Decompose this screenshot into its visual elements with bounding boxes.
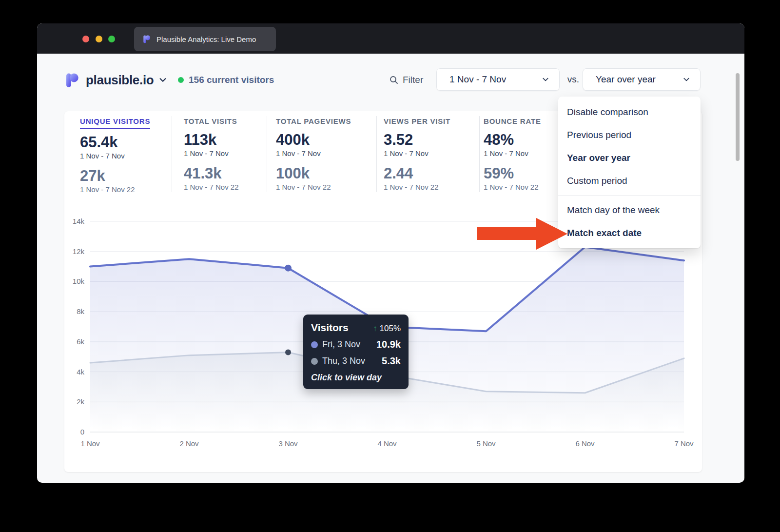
metric-compare-period: 1 Nov - 7 Nov 22: [384, 183, 450, 192]
browser-window: Plausible Analytics: Live Demo plausible…: [37, 23, 744, 483]
metric-period: 1 Nov - 7 Nov: [80, 152, 150, 160]
annotation-arrow: [477, 218, 567, 252]
menu-divider: [558, 195, 701, 196]
svg-text:2 Nov: 2 Nov: [179, 439, 199, 448]
chevron-down-icon: [682, 76, 690, 83]
plausible-logo: [63, 71, 81, 89]
site-name: plausible.io: [86, 73, 154, 88]
metric-label: BOUNCE RATE: [484, 117, 541, 126]
tooltip-row-value: 10.9k: [376, 339, 401, 350]
minimize-button[interactable]: [96, 36, 102, 42]
site-switcher[interactable]: plausible.io: [63, 68, 167, 92]
tooltip-row-label: Fri, 3 Nov: [322, 339, 360, 350]
live-indicator-dot: [178, 77, 184, 83]
metric-compare-period: 1 Nov - 7 Nov 22: [80, 185, 150, 194]
date-range-dropdown[interactable]: 1 Nov - 7 Nov: [436, 68, 560, 91]
metric-compare-value: 41.3k: [184, 166, 239, 181]
stat-divider: [267, 116, 267, 192]
menu-item-custom-period[interactable]: Custom period: [558, 169, 701, 192]
tooltip-change: ↑ 105%: [373, 324, 401, 334]
series-dot-current: [311, 341, 318, 348]
menu-item-match-exact-date[interactable]: Match exact date: [558, 221, 701, 244]
comparison-dropdown[interactable]: Year over year: [583, 68, 701, 91]
filter-button[interactable]: Filter: [389, 68, 423, 92]
close-button[interactable]: [82, 36, 89, 42]
svg-text:2k: 2k: [77, 397, 84, 406]
comparison-menu: Disable comparison Previous period Year …: [558, 97, 701, 248]
series-dot-compare: [311, 358, 318, 365]
menu-item-match-day-of-week[interactable]: Match day of the week: [558, 198, 701, 221]
metric-compare-value: 59%: [484, 166, 541, 181]
metric-compare-value: 27k: [80, 168, 150, 184]
svg-text:3 Nov: 3 Nov: [278, 439, 298, 448]
tooltip-row-value: 5.3k: [382, 355, 401, 367]
metric-compare-period: 1 Nov - 7 Nov 22: [276, 183, 351, 192]
tooltip-change-value: 105%: [380, 324, 401, 333]
metric-value: 113k: [184, 132, 239, 148]
search-icon: [389, 75, 399, 85]
metric-bounce-rate[interactable]: BOUNCE RATE 48% 1 Nov - 7 Nov 59% 1 Nov …: [484, 117, 541, 192]
svg-text:6 Nov: 6 Nov: [575, 439, 595, 448]
metric-period: 1 Nov - 7 Nov: [276, 149, 351, 158]
tooltip-title: Visitors: [311, 322, 349, 334]
metric-period: 1 Nov - 7 Nov: [184, 149, 239, 158]
metric-total-visits[interactable]: TOTAL VISITS 113k 1 Nov - 7 Nov 41.3k 1 …: [184, 117, 239, 192]
menu-item-previous-period[interactable]: Previous period: [558, 123, 701, 146]
svg-text:1 Nov: 1 Nov: [80, 439, 100, 448]
metric-label: TOTAL VISITS: [184, 117, 239, 126]
svg-text:5 Nov: 5 Nov: [476, 439, 496, 448]
browser-tab[interactable]: Plausible Analytics: Live Demo: [134, 27, 276, 51]
plausible-favicon: [142, 34, 152, 44]
metric-value: 65.4k: [80, 135, 150, 150]
filter-label: Filter: [403, 75, 423, 85]
metric-label: VIEWS PER VISIT: [384, 117, 450, 126]
svg-text:12k: 12k: [73, 247, 85, 256]
svg-text:10k: 10k: [73, 277, 85, 285]
svg-text:6k: 6k: [77, 337, 84, 346]
svg-text:0: 0: [80, 428, 84, 436]
metric-total-pageviews[interactable]: TOTAL PAGEVIEWS 400k 1 Nov - 7 Nov 100k …: [276, 117, 351, 192]
metric-compare-period: 1 Nov - 7 Nov 22: [184, 183, 239, 192]
stat-divider: [376, 116, 377, 192]
zoom-button[interactable]: [108, 36, 115, 42]
vs-label: vs.: [564, 68, 583, 91]
svg-text:8k: 8k: [77, 307, 84, 315]
current-visitors-label: 156 current visitors: [189, 75, 274, 85]
metric-value: 400k: [276, 132, 351, 148]
titlebar: Plausible Analytics: Live Demo: [37, 23, 744, 54]
metric-period: 1 Nov - 7 Nov: [484, 149, 541, 158]
metric-value: 3.52: [384, 132, 450, 148]
metric-label: TOTAL PAGEVIEWS: [276, 117, 351, 126]
tab-title: Plausible Analytics: Live Demo: [156, 35, 256, 43]
menu-item-year-over-year[interactable]: Year over year: [558, 146, 701, 169]
metric-compare-value: 100k: [276, 166, 351, 181]
svg-text:4 Nov: 4 Nov: [377, 439, 397, 448]
metric-label: UNIQUE VISITORS: [80, 117, 150, 129]
stat-divider: [479, 116, 480, 192]
current-visitors[interactable]: 156 current visitors: [178, 68, 274, 92]
metric-views-per-visit[interactable]: VIEWS PER VISIT 3.52 1 Nov - 7 Nov 2.44 …: [384, 117, 450, 192]
scrollbar-thumb[interactable]: [736, 73, 740, 161]
stat-divider: [172, 116, 172, 192]
menu-item-disable-comparison[interactable]: Disable comparison: [558, 100, 701, 123]
metric-period: 1 Nov - 7 Nov: [384, 149, 450, 158]
chevron-down-icon: [158, 76, 167, 84]
comparison-value: Year over year: [596, 74, 656, 85]
tooltip-row-compare: Thu, 3 Nov 5.3k: [311, 355, 401, 367]
metric-unique-visitors[interactable]: UNIQUE VISITORS 65.4k 1 Nov - 7 Nov 27k …: [80, 117, 150, 194]
up-arrow-icon: ↑: [373, 324, 377, 333]
tooltip-footer: Click to view day: [311, 373, 401, 383]
svg-text:4k: 4k: [77, 368, 84, 376]
metric-compare-value: 2.44: [384, 166, 450, 181]
metric-value: 48%: [484, 132, 541, 148]
svg-text:14k: 14k: [73, 217, 85, 225]
chart-tooltip: Visitors ↑ 105% Fri, 3 Nov 10.9k Thu, 3 …: [303, 315, 409, 389]
chevron-down-icon: [542, 76, 549, 83]
svg-text:7 Nov: 7 Nov: [674, 439, 694, 448]
metric-compare-period: 1 Nov - 7 Nov 22: [484, 183, 541, 192]
tooltip-row-label: Thu, 3 Nov: [322, 356, 365, 366]
date-range-value: 1 Nov - 7 Nov: [449, 74, 506, 85]
tooltip-row-current: Fri, 3 Nov 10.9k: [311, 339, 401, 350]
